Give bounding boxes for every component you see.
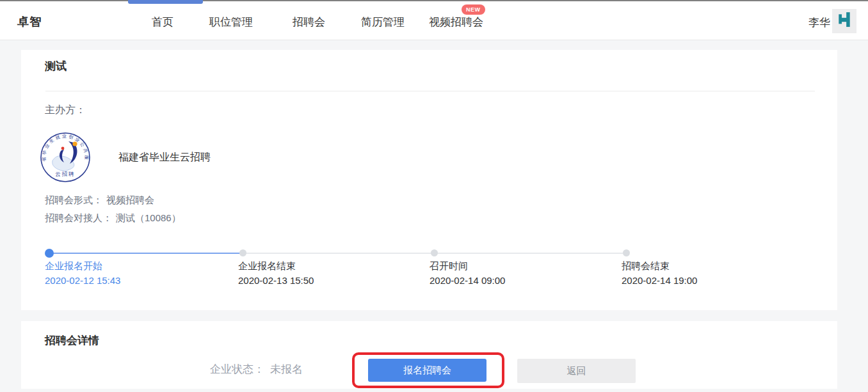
enterprise-status-label: 企业状态： — [210, 363, 264, 375]
fair-format-value: 视频招聘会 — [106, 194, 154, 205]
timeline-step-title: 招聘会结束 — [622, 260, 670, 272]
new-badge: NEW — [462, 4, 485, 15]
timeline-step-title: 企业报名结束 — [238, 260, 296, 272]
register-job-fair-button[interactable]: 报名招聘会 — [368, 359, 486, 382]
timeline-step-time: 2020-02-13 15:50 — [238, 275, 314, 286]
fair-contact-value: 测试（10086） — [116, 212, 181, 223]
nav-item-job-management[interactable]: 职位管理 — [209, 15, 253, 29]
fair-format-label: 招聘会形式： — [45, 194, 102, 205]
nav-item-resume-management[interactable]: 简历管理 — [361, 15, 405, 29]
back-button[interactable]: 返回 — [517, 359, 636, 383]
organizer-label: 主办方： — [45, 104, 86, 117]
job-fair-title: 测试 — [45, 59, 67, 74]
seal-bottom-text: 云招聘 — [55, 171, 76, 177]
timeline-step-title: 企业报名开始 — [45, 260, 102, 272]
nav-item-job-fair[interactable]: 招聘会 — [293, 15, 325, 29]
top-navbar: 卓智 首页 职位管理 招聘会 简历管理 视频招聘会 NEW 李华 — [0, 1, 868, 40]
timeline-step-time: 2020-02-14 09:00 — [430, 275, 505, 286]
job-fair-details-card: 招聘会详情 企业状态：未报名 报名招聘会 返回 — [21, 321, 837, 389]
organizer-seal-logo: 福建省毕业生就业创业公共服务网 云招聘 — [40, 132, 91, 183]
brand-h-icon — [835, 10, 854, 32]
fair-contact-line: 招聘会对接人：测试（10086） — [45, 212, 181, 224]
fair-format-line: 招聘会形式：视频招聘会 — [45, 194, 154, 207]
user-name[interactable]: 李华 — [808, 15, 830, 30]
nav-item-home[interactable]: 首页 — [152, 15, 173, 29]
timeline-dot — [431, 249, 438, 256]
job-fair-summary-card: 测试 主办方： 福建省毕业生就业创业公共服务网 云招聘 福建省毕业生云招聘 招聘… — [21, 50, 837, 310]
nav-item-video-job-fair[interactable]: 视频招聘会 — [429, 15, 483, 29]
divider — [45, 91, 815, 91]
timeline-dot — [239, 249, 246, 256]
fair-contact-label: 招聘会对接人： — [45, 212, 112, 223]
details-heading: 招聘会详情 — [45, 333, 99, 348]
timeline-step-title: 召开时间 — [430, 260, 468, 272]
enterprise-status: 企业状态：未报名 — [210, 362, 303, 377]
timeline-step-time: 2020-02-12 15:43 — [45, 275, 120, 286]
browser-tab-indicator — [128, 0, 203, 4]
timeline-dot-active — [45, 249, 54, 258]
timeline-step-time: 2020-02-14 19:00 — [622, 275, 697, 286]
organizer-name: 福建省毕业生云招聘 — [118, 151, 211, 164]
brand-logo-text[interactable]: 卓智 — [17, 14, 42, 29]
timeline-line-active — [49, 253, 243, 254]
timeline-dot — [623, 249, 630, 256]
user-avatar[interactable] — [832, 9, 856, 33]
enterprise-status-value: 未报名 — [270, 363, 303, 375]
